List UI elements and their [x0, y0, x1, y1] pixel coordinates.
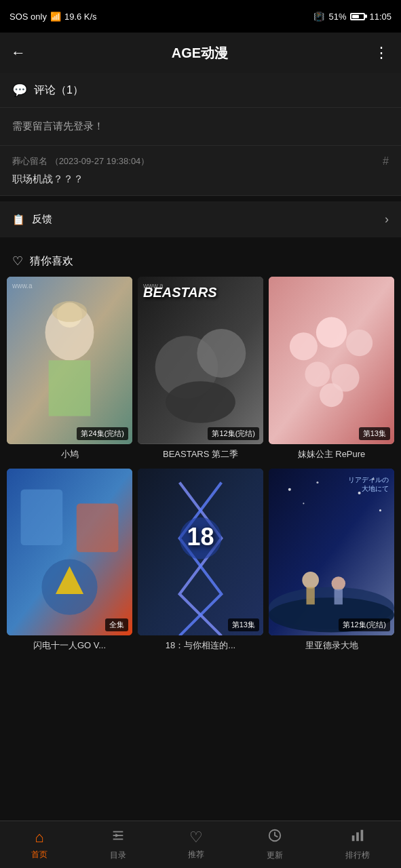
sos-text: SOS only [9, 12, 47, 22]
anime-thumbnail-6: リアデイルの大地にて 第12集(完结) [269, 469, 394, 636]
svg-point-32 [302, 572, 319, 589]
anime-card-5[interactable]: 18 第13集 18：与你相连的... [138, 469, 263, 655]
feedback-row[interactable]: 📋 反馈 › [0, 201, 401, 237]
anime-grid: www.a 第24集(完结) 小鸠 [0, 277, 401, 654]
badge-6: 第12集(完结) [339, 618, 390, 631]
18-logo: 18 [187, 523, 214, 551]
anime-thumbnail-3: 第13集 [269, 277, 394, 444]
svg-rect-2 [49, 360, 91, 416]
battery-percent: 51% [328, 12, 346, 22]
top-nav: ← AGE动漫 ⋮ [0, 33, 401, 73]
svg-point-15 [320, 383, 343, 407]
anime-title-3: 妹妹公主 RePure [269, 444, 394, 463]
feedback-icon: 📋 [12, 214, 25, 226]
nav-ranking-label: 排行榜 [345, 850, 370, 861]
more-button[interactable]: ⋮ [374, 44, 390, 62]
comments-section: 💬 评论（1） 需要留言请先登录！ 葬心留名 （2023-09-27 19:38… [0, 73, 401, 196]
badge-4: 全集 [105, 618, 128, 631]
nav-catalog-label: 目录 [110, 850, 126, 861]
comment-icon: 💬 [12, 83, 27, 98]
svg-point-24 [288, 488, 291, 490]
svg-point-25 [316, 481, 318, 484]
update-icon [267, 828, 282, 847]
signal-icon: 📶 [50, 12, 61, 22]
anime-title-4: 闪电十一人GO V... [7, 635, 132, 654]
nav-ranking[interactable]: 排行榜 [335, 823, 381, 867]
watermark-1: www.a [12, 282, 32, 290]
nav-recommend[interactable]: ♡ 推荐 [177, 823, 215, 866]
chevron-right-icon: › [385, 212, 389, 226]
badge-2: 第12集(完结) [208, 427, 259, 440]
badge-3: 第13集 [359, 427, 390, 440]
badge-5: 第13集 [228, 618, 259, 631]
anime-title-5: 18：与你相连的... [138, 635, 263, 654]
svg-point-34 [332, 576, 346, 591]
anime-thumbnail-4: 全集 [7, 469, 132, 636]
svg-point-28 [303, 502, 304, 504]
nav-update[interactable]: 更新 [256, 823, 294, 867]
status-bar: SOS only 📶 19.6 K/s 📳 51% 11:05 [0, 0, 401, 33]
vibrate-icon: 📳 [313, 12, 324, 22]
svg-point-7 [197, 329, 246, 378]
anime-thumbnail-5: 18 第13集 [138, 469, 263, 636]
battery-icon [350, 13, 365, 20]
svg-point-12 [346, 330, 373, 356]
time-display: 11:05 [369, 12, 392, 22]
nav-catalog[interactable]: 目录 [99, 823, 137, 867]
comments-title: 评论（1） [34, 83, 83, 98]
comment-author: 葬心留名 （2023-09-27 19:38:04） [12, 155, 149, 167]
anime-card-3[interactable]: 第13集 妹妹公主 RePure [269, 277, 394, 463]
lyatdeil-text: リアデイルの大地にて [348, 475, 389, 493]
recommend-icon: ♡ [189, 829, 203, 846]
comments-header: 💬 评论（1） [0, 73, 401, 108]
anime-card-6[interactable]: リアデイルの大地にて 第12集(完结) 里亚德录大地 [269, 469, 394, 655]
comment-item: 葬心留名 （2023-09-27 19:38:04） # 职场机战？？？ [0, 146, 401, 196]
svg-rect-43 [361, 830, 364, 842]
svg-rect-41 [352, 835, 355, 841]
recommend-title: 猜你喜欢 [30, 254, 73, 269]
svg-marker-39 [115, 833, 119, 837]
recommend-header: ♡ 猜你喜欢 [0, 243, 401, 277]
nav-recommend-label: 推荐 [188, 849, 204, 861]
anime-card-4[interactable]: 全集 闪电十一人GO V... [7, 469, 132, 655]
bottom-nav: ⌂ 首页 目录 ♡ 推荐 更新 [0, 821, 401, 868]
nav-update-label: 更新 [267, 850, 283, 861]
svg-rect-17 [21, 489, 63, 545]
feedback-left: 📋 反馈 [12, 213, 52, 226]
svg-point-13 [305, 361, 330, 387]
svg-rect-33 [307, 587, 315, 604]
svg-point-4 [52, 301, 87, 322]
home-icon: ⌂ [35, 829, 43, 846]
anime-title-6: 里亚德录大地 [269, 635, 394, 654]
login-prompt: 需要留言请先登录！ [0, 108, 401, 146]
anime-title-1: 小鸠 [7, 444, 132, 463]
status-left: SOS only 📶 19.6 K/s [9, 12, 97, 22]
svg-rect-9 [269, 277, 394, 444]
anime-title-2: BEASTARS 第二季 [138, 444, 263, 463]
watermark-2: www.a [143, 282, 163, 290]
nav-home[interactable]: ⌂ 首页 [20, 823, 58, 866]
svg-rect-35 [335, 589, 343, 604]
svg-point-8 [166, 381, 235, 423]
catalog-icon [111, 828, 126, 847]
back-button[interactable]: ← [11, 44, 26, 62]
anime-card-1[interactable]: www.a 第24集(完结) 小鸠 [7, 277, 132, 463]
anime-thumbnail-1: www.a 第24集(完结) [7, 277, 132, 444]
svg-rect-18 [77, 503, 119, 552]
anime-thumbnail-2: BEASTARS www.a 第12集(完结) [138, 277, 263, 444]
anime-card-2[interactable]: BEASTARS www.a 第12集(完结) BEASTARS 第二季 [138, 277, 263, 463]
svg-point-11 [316, 317, 347, 348]
nav-home-label: 首页 [31, 849, 47, 861]
signal-speed: 19.6 K/s [64, 12, 97, 22]
feedback-section: 📋 反馈 › [0, 201, 401, 237]
recommend-section: ♡ 猜你喜欢 [0, 243, 401, 661]
comment-content: 职场机战？？？ [12, 173, 389, 186]
heart-icon: ♡ [12, 254, 23, 269]
comment-hash: # [383, 155, 389, 167]
svg-rect-42 [356, 832, 359, 841]
page-title: AGE动漫 [172, 44, 228, 62]
badge-1: 第24集(完结) [77, 427, 128, 440]
status-right: 📳 51% 11:05 [313, 12, 392, 22]
ranking-icon [350, 828, 365, 847]
comment-meta: 葬心留名 （2023-09-27 19:38:04） # [12, 155, 389, 167]
